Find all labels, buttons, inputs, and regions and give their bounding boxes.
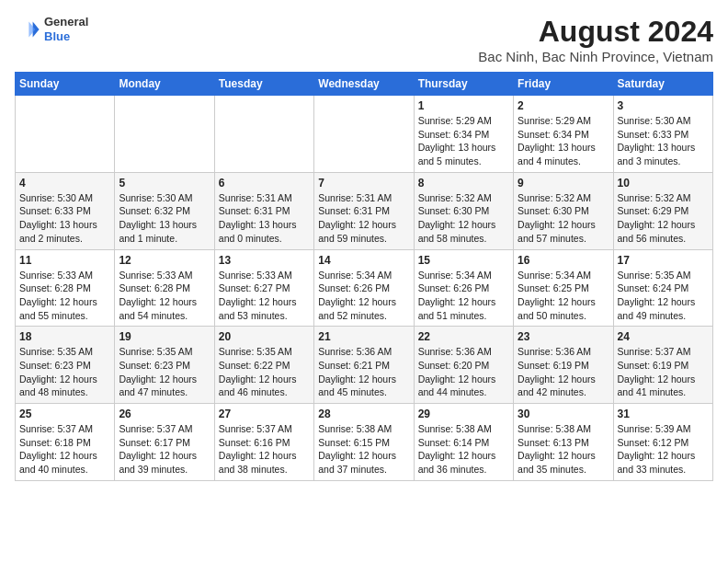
day-cell: 1Sunrise: 5:29 AM Sunset: 6:34 PM Daylig… bbox=[414, 96, 513, 173]
week-row-4: 18Sunrise: 5:35 AM Sunset: 6:23 PM Dayli… bbox=[16, 327, 713, 404]
day-number: 24 bbox=[618, 330, 709, 343]
week-row-2: 4Sunrise: 5:30 AM Sunset: 6:33 PM Daylig… bbox=[16, 172, 713, 249]
day-info: Sunrise: 5:36 AM Sunset: 6:21 PM Dayligh… bbox=[318, 345, 409, 399]
day-info: Sunrise: 5:35 AM Sunset: 6:22 PM Dayligh… bbox=[219, 345, 310, 399]
day-cell: 20Sunrise: 5:35 AM Sunset: 6:22 PM Dayli… bbox=[214, 327, 313, 404]
day-info: Sunrise: 5:39 AM Sunset: 6:12 PM Dayligh… bbox=[618, 422, 709, 477]
day-info: Sunrise: 5:36 AM Sunset: 6:20 PM Dayligh… bbox=[418, 345, 509, 399]
day-cell bbox=[314, 96, 414, 173]
day-of-week-thursday: Thursday bbox=[414, 73, 513, 96]
day-cell: 30Sunrise: 5:38 AM Sunset: 6:13 PM Dayli… bbox=[514, 404, 613, 481]
day-info: Sunrise: 5:37 AM Sunset: 6:17 PM Dayligh… bbox=[119, 422, 210, 477]
days-of-week-row: SundayMondayTuesdayWednesdayThursdayFrid… bbox=[16, 73, 713, 96]
day-info: Sunrise: 5:30 AM Sunset: 6:33 PM Dayligh… bbox=[19, 191, 110, 246]
day-info: Sunrise: 5:32 AM Sunset: 6:30 PM Dayligh… bbox=[418, 191, 509, 246]
day-cell bbox=[16, 96, 115, 173]
day-cell: 15Sunrise: 5:34 AM Sunset: 6:26 PM Dayli… bbox=[414, 249, 513, 327]
day-number: 1 bbox=[418, 99, 509, 112]
calendar-table: SundayMondayTuesdayWednesdayThursdayFrid… bbox=[15, 72, 713, 481]
calendar-body: 1Sunrise: 5:29 AM Sunset: 6:34 PM Daylig… bbox=[16, 96, 713, 481]
day-number: 29 bbox=[418, 408, 509, 420]
day-cell: 3Sunrise: 5:30 AM Sunset: 6:33 PM Daylig… bbox=[613, 96, 712, 173]
day-number: 17 bbox=[618, 254, 709, 267]
day-of-week-friday: Friday bbox=[514, 73, 613, 96]
day-number: 19 bbox=[119, 330, 210, 343]
day-cell: 10Sunrise: 5:32 AM Sunset: 6:29 PM Dayli… bbox=[613, 172, 712, 249]
day-info: Sunrise: 5:32 AM Sunset: 6:29 PM Dayligh… bbox=[618, 191, 709, 246]
day-info: Sunrise: 5:38 AM Sunset: 6:13 PM Dayligh… bbox=[518, 422, 609, 477]
day-info: Sunrise: 5:34 AM Sunset: 6:26 PM Dayligh… bbox=[418, 269, 509, 323]
day-info: Sunrise: 5:33 AM Sunset: 6:28 PM Dayligh… bbox=[119, 269, 210, 323]
day-cell: 2Sunrise: 5:29 AM Sunset: 6:34 PM Daylig… bbox=[514, 96, 613, 173]
day-info: Sunrise: 5:34 AM Sunset: 6:25 PM Dayligh… bbox=[518, 269, 609, 323]
day-number: 4 bbox=[19, 177, 110, 190]
day-number: 9 bbox=[518, 177, 609, 190]
day-cell: 23Sunrise: 5:36 AM Sunset: 6:19 PM Dayli… bbox=[514, 327, 613, 404]
day-cell: 28Sunrise: 5:38 AM Sunset: 6:15 PM Dayli… bbox=[314, 404, 414, 481]
day-cell: 11Sunrise: 5:33 AM Sunset: 6:28 PM Dayli… bbox=[16, 249, 115, 327]
day-info: Sunrise: 5:35 AM Sunset: 6:24 PM Dayligh… bbox=[618, 269, 709, 323]
day-number: 11 bbox=[19, 254, 110, 267]
day-number: 2 bbox=[518, 99, 609, 112]
day-cell bbox=[115, 96, 214, 173]
day-cell: 27Sunrise: 5:37 AM Sunset: 6:16 PM Dayli… bbox=[214, 404, 313, 481]
day-cell: 9Sunrise: 5:32 AM Sunset: 6:30 PM Daylig… bbox=[514, 172, 613, 249]
day-cell: 5Sunrise: 5:30 AM Sunset: 6:32 PM Daylig… bbox=[115, 172, 214, 249]
day-info: Sunrise: 5:31 AM Sunset: 6:31 PM Dayligh… bbox=[219, 191, 310, 246]
day-info: Sunrise: 5:34 AM Sunset: 6:26 PM Dayligh… bbox=[318, 269, 409, 323]
page-title: August 2024 bbox=[478, 15, 713, 49]
day-cell: 14Sunrise: 5:34 AM Sunset: 6:26 PM Dayli… bbox=[314, 249, 414, 327]
day-cell: 18Sunrise: 5:35 AM Sunset: 6:23 PM Dayli… bbox=[16, 327, 115, 404]
day-number: 10 bbox=[618, 177, 709, 190]
week-row-3: 11Sunrise: 5:33 AM Sunset: 6:28 PM Dayli… bbox=[16, 249, 713, 327]
day-number: 27 bbox=[219, 408, 310, 420]
day-number: 26 bbox=[119, 408, 210, 420]
day-number: 16 bbox=[518, 254, 609, 267]
week-row-1: 1Sunrise: 5:29 AM Sunset: 6:34 PM Daylig… bbox=[16, 96, 713, 173]
day-info: Sunrise: 5:35 AM Sunset: 6:23 PM Dayligh… bbox=[119, 345, 210, 399]
day-number: 30 bbox=[518, 408, 609, 420]
day-number: 20 bbox=[219, 330, 310, 343]
day-info: Sunrise: 5:30 AM Sunset: 6:32 PM Dayligh… bbox=[119, 191, 210, 246]
day-cell: 24Sunrise: 5:37 AM Sunset: 6:19 PM Dayli… bbox=[613, 327, 712, 404]
logo-text: General Blue bbox=[44, 15, 88, 43]
day-number: 18 bbox=[19, 330, 110, 343]
day-of-week-sunday: Sunday bbox=[16, 73, 115, 96]
day-number: 3 bbox=[618, 99, 709, 112]
day-cell: 16Sunrise: 5:34 AM Sunset: 6:25 PM Dayli… bbox=[514, 249, 613, 327]
logo: General Blue bbox=[15, 15, 88, 43]
day-cell: 4Sunrise: 5:30 AM Sunset: 6:33 PM Daylig… bbox=[16, 172, 115, 249]
day-cell: 29Sunrise: 5:38 AM Sunset: 6:14 PM Dayli… bbox=[414, 404, 513, 481]
day-cell: 22Sunrise: 5:36 AM Sunset: 6:20 PM Dayli… bbox=[414, 327, 513, 404]
day-of-week-tuesday: Tuesday bbox=[214, 73, 313, 96]
day-of-week-monday: Monday bbox=[115, 73, 214, 96]
day-cell: 26Sunrise: 5:37 AM Sunset: 6:17 PM Dayli… bbox=[115, 404, 214, 481]
day-info: Sunrise: 5:32 AM Sunset: 6:30 PM Dayligh… bbox=[518, 191, 609, 246]
day-cell: 17Sunrise: 5:35 AM Sunset: 6:24 PM Dayli… bbox=[613, 249, 712, 327]
day-info: Sunrise: 5:37 AM Sunset: 6:18 PM Dayligh… bbox=[19, 422, 110, 477]
logo-icon bbox=[15, 17, 40, 42]
week-row-5: 25Sunrise: 5:37 AM Sunset: 6:18 PM Dayli… bbox=[16, 404, 713, 481]
day-number: 15 bbox=[418, 254, 509, 267]
day-number: 8 bbox=[418, 177, 509, 190]
day-number: 31 bbox=[618, 408, 709, 420]
day-of-week-wednesday: Wednesday bbox=[314, 73, 414, 96]
day-info: Sunrise: 5:30 AM Sunset: 6:33 PM Dayligh… bbox=[618, 114, 709, 168]
day-number: 5 bbox=[119, 177, 210, 190]
day-info: Sunrise: 5:35 AM Sunset: 6:23 PM Dayligh… bbox=[19, 345, 110, 399]
day-info: Sunrise: 5:37 AM Sunset: 6:19 PM Dayligh… bbox=[618, 345, 709, 399]
day-number: 14 bbox=[318, 254, 409, 267]
day-cell bbox=[214, 96, 313, 173]
day-info: Sunrise: 5:29 AM Sunset: 6:34 PM Dayligh… bbox=[418, 114, 509, 168]
day-cell: 31Sunrise: 5:39 AM Sunset: 6:12 PM Dayli… bbox=[613, 404, 712, 481]
day-cell: 13Sunrise: 5:33 AM Sunset: 6:27 PM Dayli… bbox=[214, 249, 313, 327]
day-info: Sunrise: 5:38 AM Sunset: 6:15 PM Dayligh… bbox=[318, 422, 409, 477]
day-of-week-saturday: Saturday bbox=[613, 73, 712, 96]
day-number: 23 bbox=[518, 330, 609, 343]
day-cell: 21Sunrise: 5:36 AM Sunset: 6:21 PM Dayli… bbox=[314, 327, 414, 404]
calendar-header: SundayMondayTuesdayWednesdayThursdayFrid… bbox=[16, 73, 713, 96]
day-number: 28 bbox=[318, 408, 409, 420]
day-number: 6 bbox=[219, 177, 310, 190]
page-subtitle: Bac Ninh, Bac Ninh Province, Vietnam bbox=[478, 49, 713, 64]
day-cell: 8Sunrise: 5:32 AM Sunset: 6:30 PM Daylig… bbox=[414, 172, 513, 249]
